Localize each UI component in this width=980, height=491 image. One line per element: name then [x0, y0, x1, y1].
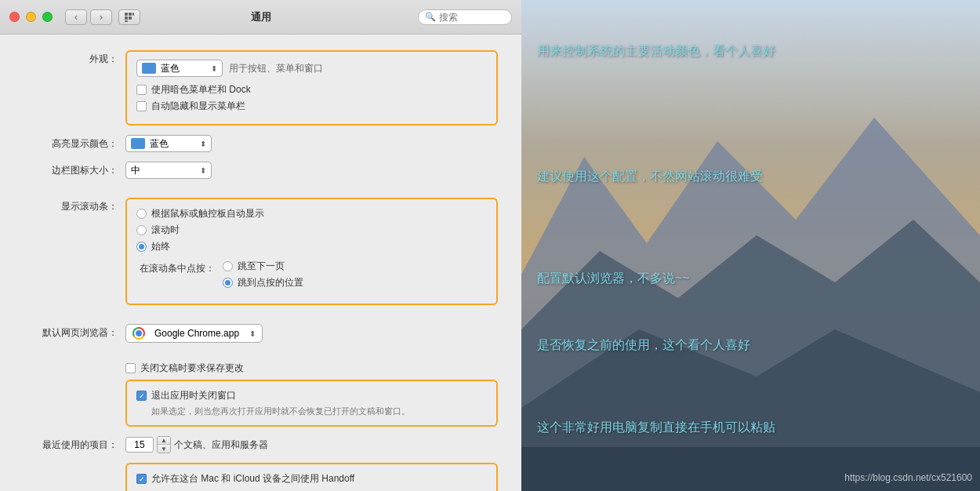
appearance-label: 外观：	[24, 50, 125, 66]
handoff-label-spacer	[24, 463, 125, 465]
quit-desc: 如果选定，则当您再次打开应用时就不会恢复已打开的文稿和窗口。	[151, 406, 487, 417]
quit-close-checkbox[interactable]	[136, 391, 147, 401]
watermark: https://blog.csdn.net/cx521600	[844, 472, 972, 483]
close-button[interactable]	[9, 12, 20, 22]
scrollbar-always-row[interactable]: 始终	[136, 240, 487, 253]
svg-rect-0	[125, 13, 128, 16]
highlight-color-value: 蓝色	[150, 137, 169, 151]
auto-hide-checkbox[interactable]	[136, 101, 147, 111]
quit-close-label: 退出应用时关闭窗口	[151, 389, 236, 402]
sidebar-size-value: 中	[131, 164, 140, 177]
annotation-3: 配置默认浏览器，不多说~~	[537, 271, 690, 287]
desktop-panel: 用来控制系统的主要活动颜色，看个人喜好 建议使用这个配置，不然网站滚动很难受 配…	[521, 0, 980, 491]
svg-rect-1	[129, 13, 132, 16]
annotation-1: 用来控制系统的主要活动颜色，看个人喜好	[537, 43, 775, 60]
scrollbar-always-label: 始终	[151, 240, 170, 253]
click-next-radio[interactable]	[223, 261, 233, 271]
auto-hide-label: 自动隐藏和显示菜单栏	[151, 100, 245, 113]
chrome-icon	[132, 327, 145, 340]
close-content: 关闭文稿时要求保存更改 退出应用时关闭窗口 如果选定，则当您再次打开应用时就不会…	[125, 362, 498, 427]
highlight-arrow-icon: ⬍	[200, 140, 206, 148]
dark-menu-row[interactable]: 使用暗色菜单栏和 Dock	[136, 83, 487, 96]
stepper-down-button[interactable]: ▼	[158, 445, 170, 453]
recent-row: 15 ▲ ▼ 个文稿、应用和服务器	[125, 436, 498, 453]
scrollbar-scroll-label: 滚动时	[151, 224, 180, 237]
click-label: 在滚动条中点按：	[136, 260, 223, 275]
sidebar-section: 边栏图标大小： 中 ⬍	[24, 162, 498, 179]
stepper-up-button[interactable]: ▲	[158, 437, 170, 445]
recent-stepper[interactable]: 15 ▲ ▼	[125, 436, 171, 453]
svg-rect-3	[125, 16, 128, 20]
preferences-panel: ‹ › 通用 🔍 外观：	[0, 0, 521, 491]
recent-section: 最近使用的项目： 15 ▲ ▼ 个文稿、应用和服务器	[24, 436, 498, 453]
highlight-label: 高亮显示颜色：	[24, 135, 125, 151]
scrollbar-always-radio[interactable]	[136, 242, 147, 252]
click-next-label: 跳至下一页	[238, 260, 285, 273]
handoff-content: 允许在这台 Mac 和 iCloud 设备之间使用 Handoff	[125, 463, 498, 491]
handoff-section: 允许在这台 Mac 和 iCloud 设备之间使用 Handoff	[24, 463, 498, 491]
scrollbar-scroll-radio[interactable]	[136, 225, 147, 235]
dark-menu-checkbox[interactable]	[136, 85, 147, 95]
search-icon: 🔍	[425, 12, 436, 22]
auto-hide-row[interactable]: 自动隐藏和显示菜单栏	[136, 100, 487, 113]
browser-content: Google Chrome.app ⬍	[125, 324, 498, 343]
scrollbar-section: 显示滚动条： 根据鼠标或触控板自动显示 滚动时 始终	[24, 198, 498, 305]
color-swatch	[142, 63, 156, 74]
appearance-row: 蓝色 ⬍ 用于按钮、菜单和窗口	[136, 60, 487, 77]
close-label-spacer	[24, 362, 125, 364]
click-next-row[interactable]: 跳至下一页	[223, 260, 487, 273]
handoff-label: 允许在这台 Mac 和 iCloud 设备之间使用 Handoff	[151, 472, 354, 486]
click-section: 在滚动条中点按： 跳至下一页 跳到点按的位置	[136, 260, 487, 293]
sidebar-content: 中 ⬍	[125, 162, 498, 179]
scrollbar-auto-row[interactable]: 根据鼠标或触控板自动显示	[136, 207, 487, 220]
window-title: 通用	[251, 10, 271, 24]
appearance-arrow-icon: ⬍	[211, 64, 217, 73]
scrollbar-box: 根据鼠标或触控板自动显示 滚动时 始终 在滚动条中点按：	[125, 198, 498, 305]
handoff-row[interactable]: 允许在这台 Mac 和 iCloud 设备之间使用 Handoff	[136, 472, 487, 486]
close-docs-checkbox[interactable]	[125, 363, 136, 373]
click-spot-row[interactable]: 跳到点按的位置	[223, 276, 487, 289]
back-button[interactable]: ‹	[65, 9, 87, 25]
minimize-button[interactable]	[26, 12, 36, 22]
sidebar-label: 边栏图标大小：	[24, 162, 125, 177]
appearance-section: 外观： 蓝色 ⬍ 用于按钮、菜单和窗口 使用暗色菜单栏和 Dock	[24, 50, 498, 125]
handoff-checkbox[interactable]	[136, 474, 147, 484]
sidebar-size-select[interactable]: 中 ⬍	[125, 162, 212, 179]
click-spot-radio[interactable]	[223, 278, 233, 288]
browser-arrow-icon: ⬍	[249, 329, 256, 338]
search-input[interactable]	[439, 12, 502, 23]
close-docs-label: 关闭文稿时要求保存更改	[140, 362, 244, 375]
close-docs-row[interactable]: 关闭文稿时要求保存更改	[125, 362, 498, 375]
grid-button[interactable]	[118, 9, 140, 25]
browser-section: 默认网页浏览器： Google Chrome.app ⬍	[24, 324, 498, 343]
forward-button[interactable]: ›	[90, 9, 112, 25]
scrollbar-label: 显示滚动条：	[24, 198, 125, 213]
quit-close-row[interactable]: 退出应用时关闭窗口	[136, 389, 487, 402]
annotation-4: 是否恢复之前的使用，这个看个人喜好	[537, 337, 750, 354]
recent-count-input[interactable]: 15	[125, 437, 154, 453]
click-spot-label: 跳到点按的位置	[238, 276, 303, 289]
divider-1	[24, 188, 498, 198]
sidebar-arrow-icon: ⬍	[200, 166, 206, 175]
appearance-box: 蓝色 ⬍ 用于按钮、菜单和窗口 使用暗色菜单栏和 Dock 自动隐藏和显示菜单栏	[125, 50, 498, 125]
highlight-swatch	[131, 138, 145, 149]
divider-3	[24, 352, 498, 362]
mountain-svg	[521, 0, 980, 491]
scrollbar-content: 根据鼠标或触控板自动显示 滚动时 始终 在滚动条中点按：	[125, 198, 498, 305]
maximize-button[interactable]	[42, 12, 53, 22]
svg-rect-2	[132, 13, 134, 16]
stepper-buttons[interactable]: ▲ ▼	[157, 436, 171, 453]
scrollbar-auto-radio[interactable]	[136, 209, 147, 219]
scrollbar-scroll-row[interactable]: 滚动时	[136, 224, 487, 237]
nav-buttons: ‹ ›	[65, 9, 112, 25]
browser-select[interactable]: Google Chrome.app ⬍	[125, 324, 263, 343]
svg-rect-10	[521, 447, 980, 491]
highlight-color-select[interactable]: 蓝色 ⬍	[125, 135, 212, 152]
title-bar: ‹ › 通用 🔍	[0, 0, 521, 35]
recent-content: 15 ▲ ▼ 个文稿、应用和服务器	[125, 436, 498, 453]
quit-box: 退出应用时关闭窗口 如果选定，则当您再次打开应用时就不会恢复已打开的文稿和窗口。	[125, 380, 498, 427]
search-box[interactable]: 🔍	[418, 9, 512, 25]
appearance-color-select[interactable]: 蓝色 ⬍	[136, 60, 223, 77]
browser-label: 默认网页浏览器：	[24, 324, 125, 340]
content-area: 外观： 蓝色 ⬍ 用于按钮、菜单和窗口 使用暗色菜单栏和 Dock	[0, 35, 521, 491]
